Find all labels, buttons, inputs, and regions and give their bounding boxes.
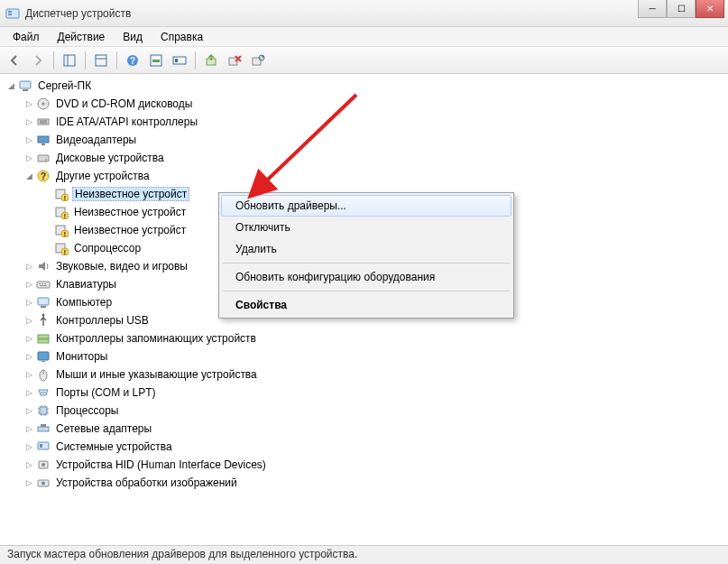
svg-rect-51: [38, 339, 49, 343]
menu-file[interactable]: Файл: [4, 29, 49, 45]
ctx-scan-hardware[interactable]: Обновить конфигурацию оборудования: [221, 266, 511, 288]
expander-icon[interactable]: ▷: [23, 297, 34, 308]
svg-text:!: !: [64, 249, 66, 255]
port-icon: [36, 385, 51, 400]
toolbar: ?: [0, 47, 728, 74]
ctx-separator: [223, 291, 510, 291]
tree-label: Системные устройства: [54, 439, 174, 454]
update-driver-button[interactable]: [200, 50, 222, 71]
tree-item-cpu[interactable]: ▷Процессоры: [22, 402, 726, 420]
unknown-device-icon: !: [54, 241, 69, 255]
expander-icon[interactable]: ▷: [23, 315, 34, 326]
tree-item-system[interactable]: ▷Системные устройства: [22, 438, 726, 456]
tree-item-ports[interactable]: ▷Порты (COM и LPT): [22, 384, 726, 402]
tree-label: Компьютер: [54, 295, 114, 310]
maximize-button[interactable]: ☐: [667, 0, 696, 18]
tree-item-monitor[interactable]: ▷Мониторы: [22, 347, 726, 365]
tree-item-network[interactable]: ▷Сетевые адаптеры: [22, 420, 726, 438]
svg-rect-68: [38, 427, 49, 431]
svg-rect-45: [44, 283, 46, 284]
svg-rect-52: [38, 352, 49, 360]
expander-icon[interactable]: ▷: [23, 261, 34, 272]
tree-item-storage[interactable]: ▷Контроллеры запоминающих устройств: [22, 329, 726, 347]
svg-text:!: !: [64, 195, 66, 201]
back-button[interactable]: [4, 50, 25, 71]
expander-icon[interactable]: ▷: [23, 333, 34, 344]
svg-rect-53: [41, 361, 45, 362]
show-hide-tree-button[interactable]: [59, 50, 80, 71]
ctx-update-drivers[interactable]: Обновить драйверы...: [221, 195, 511, 217]
expander-icon[interactable]: ▷: [23, 98, 34, 109]
help-button[interactable]: ?: [122, 50, 143, 71]
sound-icon: [36, 259, 51, 273]
expander-icon[interactable]: ▷: [23, 153, 34, 163]
expander-icon[interactable]: ▷: [23, 369, 34, 380]
ctx-delete[interactable]: Удалить: [221, 238, 511, 260]
svg-point-56: [41, 392, 42, 393]
expander-icon[interactable]: ▷: [23, 116, 34, 127]
expander-icon[interactable]: ▷: [23, 405, 34, 416]
uninstall-button[interactable]: [224, 50, 245, 71]
svg-point-73: [41, 463, 45, 467]
expander-icon[interactable]: ▷: [23, 279, 34, 290]
tree-item-hid[interactable]: ▷Устройства HID (Human Interface Devices…: [22, 456, 726, 474]
tree-item-cdrom[interactable]: ▷DVD и CD-ROM дисководы: [22, 95, 726, 113]
spacer: [41, 243, 52, 254]
tree-item-ide[interactable]: ▷IDE ATA/ATAPI контроллеры: [22, 113, 726, 131]
action-button[interactable]: [145, 50, 167, 71]
tree-root[interactable]: ◢ Сергей-ПК: [4, 77, 726, 95]
svg-point-58: [44, 392, 46, 393]
toolbar-separator: [195, 51, 196, 69]
disk-icon: [36, 151, 51, 165]
keyboard-icon: [36, 277, 51, 291]
close-button[interactable]: ✕: [696, 0, 724, 18]
svg-rect-47: [38, 298, 49, 305]
view-button[interactable]: [169, 50, 190, 71]
expander-icon[interactable]: ▷: [23, 423, 34, 434]
svg-rect-21: [38, 119, 49, 125]
unknown-device-icon: !: [54, 223, 69, 237]
tree-item-mouse[interactable]: ▷Мыши и иные указывающие устройства: [22, 365, 726, 384]
menu-help[interactable]: Справка: [152, 29, 212, 45]
toolbar-separator: [85, 51, 86, 69]
ctx-disable[interactable]: Отключить: [221, 217, 511, 238]
tree-item-disk[interactable]: ▷Дисковые устройства: [22, 149, 726, 167]
properties-button[interactable]: [90, 50, 112, 71]
imaging-icon: [36, 476, 51, 490]
computer-icon: [18, 79, 32, 93]
hid-icon: [36, 458, 51, 472]
menu-view[interactable]: Вид: [114, 29, 152, 45]
ctx-properties[interactable]: Свойства: [221, 294, 511, 316]
expander-icon[interactable]: ◢: [23, 171, 34, 181]
expander-icon[interactable]: ▷: [23, 134, 34, 145]
svg-rect-44: [41, 283, 43, 284]
menu-bar: Файл Действие Вид Справка: [0, 27, 728, 47]
expander-icon[interactable]: ▷: [23, 477, 34, 488]
svg-rect-12: [175, 59, 178, 62]
status-bar: Запуск мастера обновления драйверов для …: [0, 545, 728, 564]
tree-label: Процессоры: [54, 403, 121, 418]
tree-item-video[interactable]: ▷Видеоадаптеры: [22, 131, 726, 149]
svg-rect-24: [38, 136, 49, 143]
expander-icon[interactable]: ▷: [23, 459, 34, 470]
context-menu: Обновить драйверы... Отключить Удалить О…: [218, 192, 514, 319]
tree-label: Другие устройства: [54, 169, 152, 183]
minimize-button[interactable]: ─: [638, 0, 667, 18]
tree-item-other[interactable]: ◢?Другие устройства: [22, 167, 726, 185]
svg-rect-26: [38, 155, 49, 162]
forward-button[interactable]: [27, 50, 49, 71]
monitor-icon: [36, 349, 51, 364]
tree-item-imaging[interactable]: ▷Устройства обработки изображений: [22, 474, 726, 492]
expander-icon[interactable]: ▷: [23, 351, 34, 362]
expander-icon[interactable]: ◢: [5, 80, 16, 91]
network-icon: [36, 421, 51, 436]
svg-point-57: [42, 392, 44, 393]
unknown-device-icon: !: [54, 187, 69, 201]
tree-label: Порты (COM и LPT): [54, 385, 158, 400]
expander-icon[interactable]: ▷: [23, 441, 34, 452]
expander-icon[interactable]: ▷: [23, 387, 34, 398]
tree-label: Сергей-ПК: [36, 79, 93, 93]
scan-button[interactable]: [247, 50, 269, 71]
window-title: Диспетчер устройств: [25, 7, 131, 20]
menu-action[interactable]: Действие: [49, 29, 115, 45]
